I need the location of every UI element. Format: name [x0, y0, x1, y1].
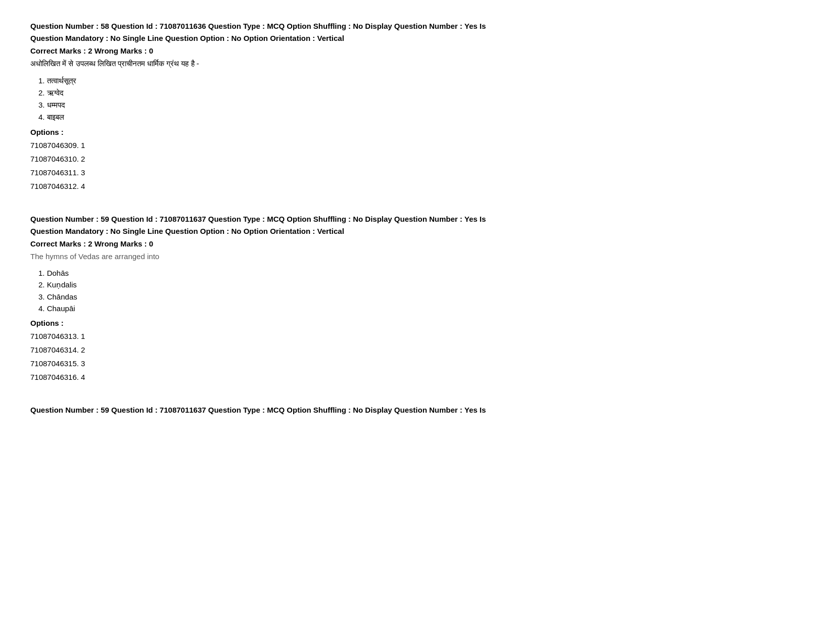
- list-item: 3. Chāndas: [38, 292, 804, 301]
- list-item: 71087046309. 1: [30, 138, 804, 152]
- list-item: 71087046312. 4: [30, 179, 804, 193]
- question-58-options-label: Options :: [30, 128, 804, 136]
- list-item: 4. Chaupāi: [38, 304, 804, 313]
- list-item: 71087046315. 3: [30, 357, 804, 370]
- list-item: 71087046310. 2: [30, 152, 804, 166]
- question-58-text: अधोलिखित में से उपलब्ध लिखित प्राचीनतम ध…: [30, 59, 804, 68]
- question-59a-options-label: Options :: [30, 319, 804, 327]
- question-block-59b: Question Number : 59 Question Id : 71087…: [30, 404, 804, 416]
- question-58-meta-line2: Question Mandatory : No Single Line Ques…: [30, 34, 344, 42]
- question-59a-meta-line2: Question Mandatory : No Single Line Ques…: [30, 227, 344, 235]
- question-59a-options-data: 71087046313. 1 71087046314. 2 7108704631…: [30, 329, 804, 384]
- list-item: 1. तत्वार्थसूत्र: [38, 76, 804, 85]
- question-block-59a: Question Number : 59 Question Id : 71087…: [30, 213, 804, 384]
- page-content: Question Number : 58 Question Id : 71087…: [30, 20, 804, 416]
- list-item: 71087046311. 3: [30, 166, 804, 179]
- question-59a-marks: Correct Marks : 2 Wrong Marks : 0: [30, 239, 804, 248]
- question-58-meta: Question Number : 58 Question Id : 71087…: [30, 20, 804, 44]
- question-59b-meta-line1: Question Number : 59 Question Id : 71087…: [30, 406, 486, 414]
- list-item: 4. बाइबल: [38, 113, 804, 122]
- list-item: 3. धम्मपद: [38, 101, 804, 110]
- question-59a-meta-line1: Question Number : 59 Question Id : 71087…: [30, 215, 486, 223]
- question-58-marks: Correct Marks : 2 Wrong Marks : 0: [30, 46, 804, 55]
- question-58-meta-line1: Question Number : 58 Question Id : 71087…: [30, 22, 486, 30]
- question-59a-meta: Question Number : 59 Question Id : 71087…: [30, 213, 804, 237]
- question-59a-text: The hymns of Vedas are arranged into: [30, 252, 804, 261]
- list-item: 2. ऋग्वेद: [38, 88, 804, 97]
- question-58-options-list: 1. तत्वार्थसूत्र 2. ऋग्वेद 3. धम्मपद 4. …: [38, 76, 804, 122]
- list-item: 2. Kuṇdalis: [38, 280, 804, 289]
- question-58-options-data: 71087046309. 1 71087046310. 2 7108704631…: [30, 138, 804, 193]
- list-item: 1. Dohās: [38, 269, 804, 277]
- list-item: 71087046314. 2: [30, 343, 804, 357]
- question-block-58: Question Number : 58 Question Id : 71087…: [30, 20, 804, 193]
- question-59a-options-list: 1. Dohās 2. Kuṇdalis 3. Chāndas 4. Chaup…: [38, 269, 804, 313]
- list-item: 71087046313. 1: [30, 329, 804, 343]
- question-59b-meta: Question Number : 59 Question Id : 71087…: [30, 404, 804, 416]
- list-item: 71087046316. 4: [30, 370, 804, 384]
